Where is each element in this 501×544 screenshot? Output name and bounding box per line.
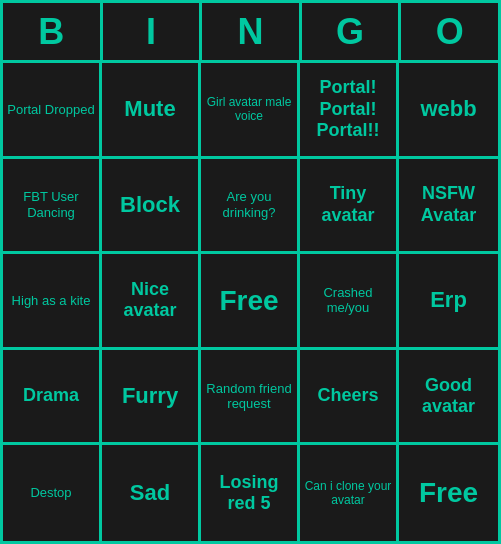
bingo-cell-6: Block (102, 159, 201, 255)
bingo-cell-17: Random friend request (201, 350, 300, 446)
header-letter-i: I (103, 3, 203, 60)
bingo-cell-12: Free (201, 254, 300, 350)
bingo-cell-8: Tiny avatar (300, 159, 399, 255)
bingo-cell-22: Losing red 5 (201, 445, 300, 541)
bingo-cell-10: High as a kite (3, 254, 102, 350)
bingo-cell-13: Crashed me/you (300, 254, 399, 350)
header-letter-b: B (3, 3, 103, 60)
bingo-cell-2: Girl avatar male voice (201, 63, 300, 159)
bingo-cell-21: Sad (102, 445, 201, 541)
bingo-cell-7: Are you drinking? (201, 159, 300, 255)
header-letter-g: G (302, 3, 402, 60)
bingo-cell-3: Portal! Portal! Portal!! (300, 63, 399, 159)
bingo-cell-19: Good avatar (399, 350, 498, 446)
bingo-cell-5: FBT User Dancing (3, 159, 102, 255)
bingo-cell-0: Portal Dropped (3, 63, 102, 159)
bingo-cell-15: Drama (3, 350, 102, 446)
bingo-cell-20: Destop (3, 445, 102, 541)
bingo-cell-14: Erp (399, 254, 498, 350)
header-letter-n: N (202, 3, 302, 60)
bingo-cell-4: webb (399, 63, 498, 159)
bingo-cell-9: NSFW Avatar (399, 159, 498, 255)
bingo-cell-1: Mute (102, 63, 201, 159)
bingo-cell-11: Nice avatar (102, 254, 201, 350)
bingo-cell-23: Can i clone your avatar (300, 445, 399, 541)
bingo-header: BINGO (3, 3, 498, 63)
bingo-card: BINGO Portal DroppedMuteGirl avatar male… (0, 0, 501, 544)
bingo-cell-18: Cheers (300, 350, 399, 446)
header-letter-o: O (401, 3, 498, 60)
bingo-cell-16: Furry (102, 350, 201, 446)
bingo-grid: Portal DroppedMuteGirl avatar male voice… (3, 63, 498, 541)
bingo-cell-24: Free (399, 445, 498, 541)
